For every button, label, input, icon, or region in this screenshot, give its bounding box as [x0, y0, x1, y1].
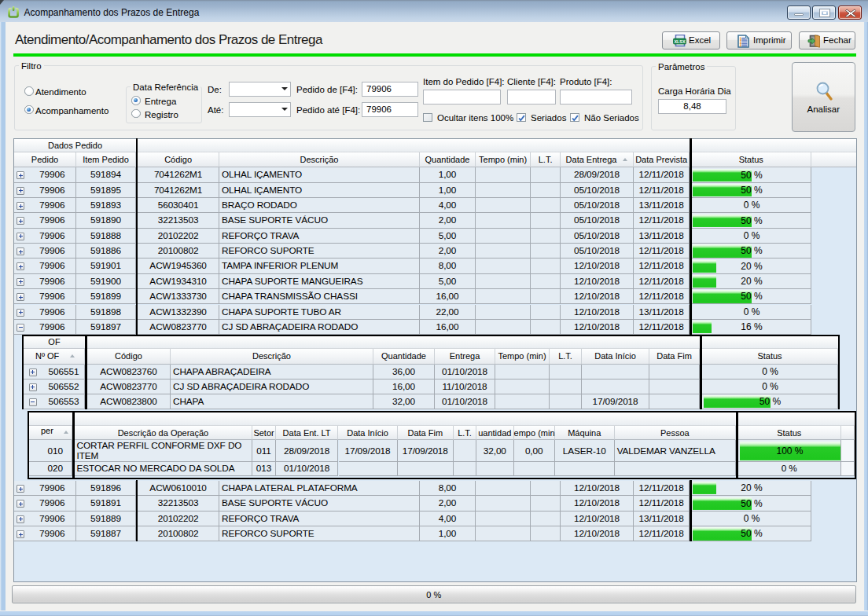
svg-text:XLSX: XLSX: [674, 39, 685, 44]
